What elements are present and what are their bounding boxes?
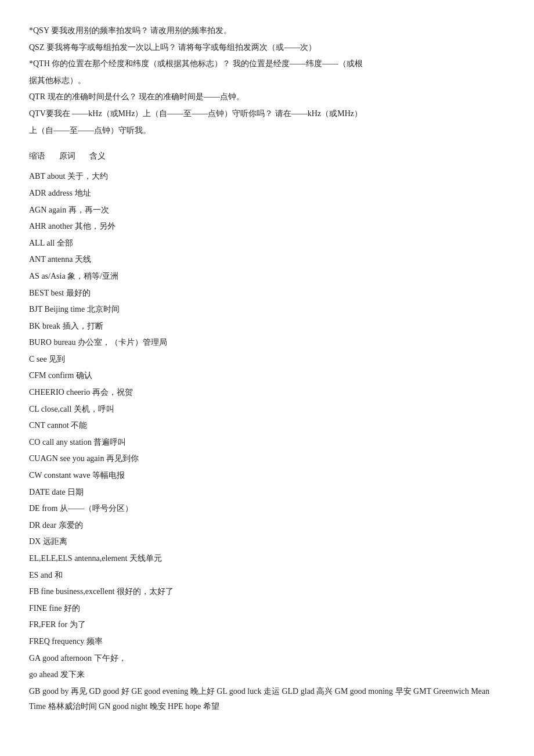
header-col2: 原词 xyxy=(59,149,75,163)
abbr-cheerio: CHEERIO cheerio 再会，祝贺 xyxy=(29,385,505,401)
abbr-dx: DX 远距离 xyxy=(29,534,505,550)
abbr-all: ALL all 全部 xyxy=(29,236,505,251)
abbr-adr: ADR address 地址 xyxy=(29,186,505,201)
abbr-cl: CL close,call 关机，呼叫 xyxy=(29,402,505,417)
qth-line2: 据其他标志）。 xyxy=(29,73,505,89)
abbr-ga: GA good afternoon 下午好， xyxy=(29,651,505,667)
abbr-bk: BK break 插入，打断 xyxy=(29,319,505,334)
abbr-table-header: 缩语 原词 含义 xyxy=(29,149,505,163)
abbr-es: ES and 和 xyxy=(29,568,505,584)
header-col1: 缩语 xyxy=(29,149,45,163)
abbr-cfm: CFM confirm 确认 xyxy=(29,368,505,384)
abbr-fb: FB fine business,excellent 很好的，太好了 xyxy=(29,584,505,600)
abbr-date: DATE date 日期 xyxy=(29,485,505,501)
qsz-line: QSZ 要我将每字或每组拍发一次以上吗？ 请将每字或每组拍发两次（或——次） xyxy=(29,40,505,56)
abbr-dr: DR dear 亲爱的 xyxy=(29,518,505,534)
abbr-freq: FREQ frequency 频率 xyxy=(29,634,505,650)
abbr-go-ahead: go ahead 发下来 xyxy=(29,667,505,683)
abbr-el: EL,ELE,ELS antenna,element 天线单元 xyxy=(29,551,505,567)
abbr-ahr: AHR another 其他，另外 xyxy=(29,219,505,235)
main-content: *QSY 要我改用别的频率拍发吗？ 请改用别的频率拍发。 QSZ 要我将每字或每… xyxy=(29,23,505,715)
abbr-de: DE from 从——（呼号分区） xyxy=(29,501,505,517)
abbr-fr: FR,FER for 为了 xyxy=(29,617,505,633)
abbr-c: C see 见到 xyxy=(29,352,505,368)
abbr-abt: ABT about 关于，大约 xyxy=(29,169,505,185)
abbr-best: BEST best 最好的 xyxy=(29,286,505,301)
abbr-as: AS as/Asia 象，稍等/亚洲 xyxy=(29,269,505,285)
abbr-cnt: CNT cannot 不能 xyxy=(29,418,505,434)
qth-line1: *QTH 你的位置在那个经度和纬度（或根据其他标志）？ 我的位置是经度——纬度—… xyxy=(29,56,505,72)
abbr-buro: BURO bureau 办公室，（卡片）管理局 xyxy=(29,335,505,351)
abbr-fine: FINE fine 好的 xyxy=(29,601,505,617)
abbr-ant: ANT antenna 天线 xyxy=(29,252,505,268)
header-col3: 含义 xyxy=(89,149,106,163)
qtr-line: QTR 现在的准确时间是什么？ 现在的准确时间是——点钟。 xyxy=(29,89,505,105)
abbr-cuagn: CUAGN see you again 再见到你 xyxy=(29,451,505,467)
abbr-co: CO call any station 普遍呼叫 xyxy=(29,435,505,451)
abbr-gb-group: GB good by 再见 GD good 好 GE good evening … xyxy=(29,684,505,715)
abbr-bjt: BJT Beijing time 北京时间 xyxy=(29,302,505,318)
qtv-line2: 上（自——至——点钟）守听我。 xyxy=(29,123,505,139)
qtv-line1: QTV要我在 ——kHz（或MHz）上（自——至——点钟）守听你吗？ 请在——k… xyxy=(29,106,505,122)
abbr-list: ABT about 关于，大约 ADR address 地址 AGN again… xyxy=(29,169,505,715)
qsy-line: *QSY 要我改用别的频率拍发吗？ 请改用别的频率拍发。 xyxy=(29,23,505,39)
abbr-cw: CW constant wave 等幅电报 xyxy=(29,468,505,484)
abbr-agn: AGN again 再，再一次 xyxy=(29,203,505,218)
